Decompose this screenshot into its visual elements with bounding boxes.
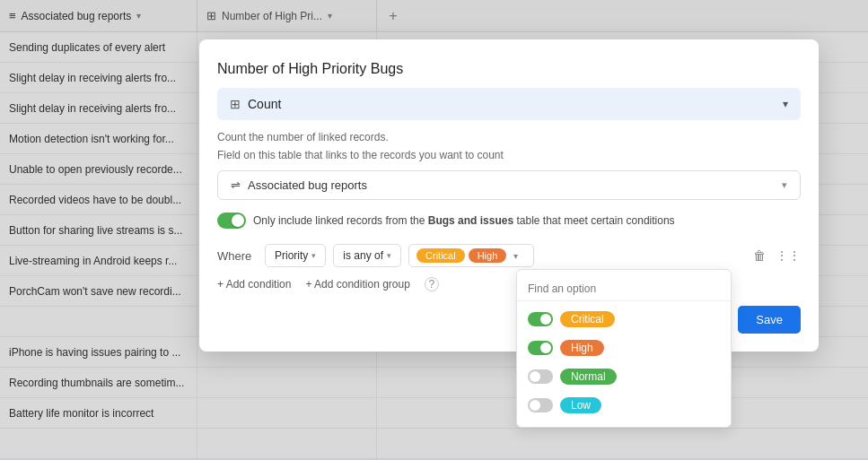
field-name-input[interactable] (217, 57, 801, 88)
delete-condition-button[interactable]: 🗑 (747, 243, 772, 268)
condition-field-label: Priority (275, 249, 308, 262)
help-icon: ? (425, 277, 439, 291)
option-high[interactable]: High (517, 334, 731, 362)
critical-option-label: Critical (560, 311, 615, 327)
options-dropdown: Critical High Normal Low (516, 269, 732, 428)
linked-table-selector[interactable]: ⇌ Associated bug reports ▾ (217, 170, 801, 200)
more-condition-button[interactable]: ⋮⋮ (776, 243, 801, 268)
low-option-toggle[interactable] (528, 398, 553, 412)
condition-values-selector[interactable]: Critical High ▾ (408, 244, 534, 267)
high-option-toggle[interactable] (528, 341, 553, 355)
where-label: Where (217, 249, 258, 263)
filter-toggle-row: Only include linked records from the Bug… (217, 213, 801, 229)
options-search-input[interactable] (517, 277, 731, 301)
count-type-chevron-icon: ▾ (783, 98, 788, 110)
critical-tag: Critical (416, 248, 465, 263)
linked-table-icon: ⇌ (231, 178, 241, 192)
add-condition-group-button[interactable]: + Add condition group (305, 278, 409, 291)
condition-field-chevron-icon: ▾ (311, 251, 316, 260)
normal-option-label: Normal (560, 369, 617, 385)
condition-operator-chevron-icon: ▾ (387, 251, 391, 260)
linked-table-label: Associated bug reports (248, 178, 775, 192)
critical-option-toggle[interactable] (528, 312, 553, 326)
condition-actions: 🗑 ⋮⋮ (747, 243, 801, 268)
condition-field-selector[interactable]: Priority ▾ (265, 244, 326, 267)
tags-chevron-icon: ▾ (513, 251, 518, 261)
high-tag: High (469, 248, 507, 263)
save-button[interactable]: Save (738, 306, 801, 334)
linked-table-chevron-icon: ▾ (782, 179, 787, 191)
condition-row: Where Priority ▾ is any of ▾ Critical Hi… (217, 243, 801, 268)
option-critical[interactable]: Critical (517, 305, 731, 334)
count-description: Count the number of linked records. (217, 131, 801, 143)
option-low[interactable]: Low (517, 391, 731, 420)
count-type-icon: ⊞ (230, 97, 241, 111)
filter-toggle-text: Only include linked records from the Bug… (253, 214, 675, 227)
aggregation-type-selector[interactable]: ⊞ Count ▾ (217, 88, 801, 120)
link-field-description: Field on this table that links to the re… (217, 149, 801, 161)
condition-operator-label: is any of (343, 249, 383, 262)
high-option-label: High (560, 340, 604, 356)
filter-toggle[interactable] (217, 213, 246, 229)
low-option-label: Low (560, 397, 601, 413)
condition-operator-selector[interactable]: is any of ▾ (333, 244, 401, 267)
normal-option-toggle[interactable] (528, 369, 553, 384)
count-type-label: Count (248, 97, 776, 111)
option-normal[interactable]: Normal (517, 362, 731, 391)
add-condition-button[interactable]: + Add condition (217, 278, 291, 291)
